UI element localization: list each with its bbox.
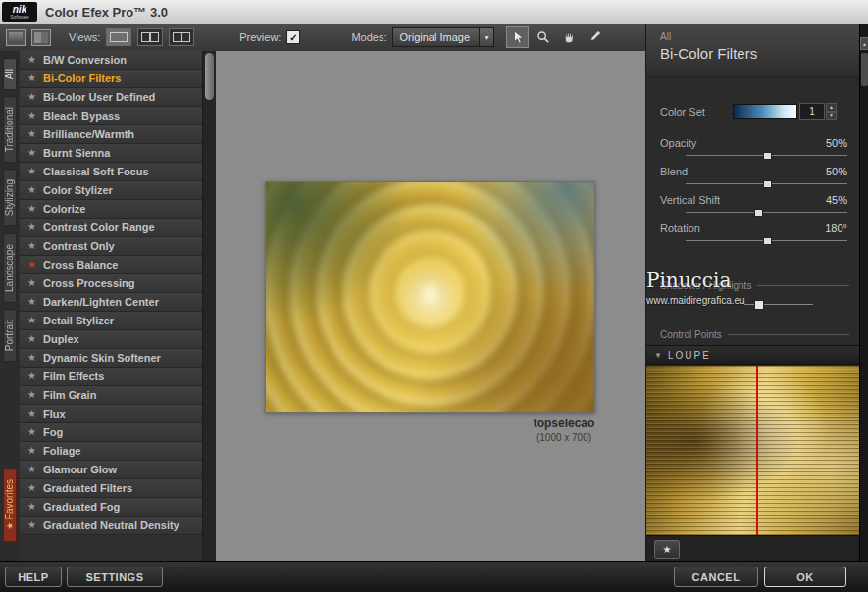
filter-star-icon[interactable]: ★ [27, 427, 36, 437]
shadows-slider-handle[interactable] [754, 300, 764, 310]
filter-star-icon[interactable]: ★ [27, 55, 36, 65]
modes-dropdown[interactable]: Original Image ▼ [392, 27, 494, 47]
filter-name: Brilliance/Warmth [43, 128, 134, 140]
filter-star-icon[interactable]: ★ [27, 334, 36, 344]
add-favorite-button[interactable]: ★ [654, 540, 680, 559]
filter-row[interactable]: ★Darken/Lighten Center [20, 293, 203, 312]
filter-row[interactable]: ★Dynamic Skin Softener [20, 349, 203, 368]
filter-star-icon[interactable]: ★ [27, 446, 36, 456]
filter-row[interactable]: ★Classical Soft Focus [20, 163, 203, 181]
filter-star-icon[interactable]: ★ [27, 390, 36, 400]
slider-handle[interactable] [763, 237, 772, 245]
scroll-up-button[interactable]: ▲ [860, 37, 868, 50]
ok-button[interactable]: OK [764, 567, 846, 587]
filter-row[interactable]: ★Cross Balance [20, 256, 203, 274]
filter-star-icon[interactable]: ★ [27, 241, 36, 251]
filter-star-icon[interactable]: ★ [27, 260, 36, 270]
filter-row[interactable]: ★Film Grain [20, 386, 203, 405]
filter-row[interactable]: ★Contrast Only [20, 237, 203, 256]
eyedropper-tool-button[interactable] [583, 26, 605, 48]
panel-scrollbar[interactable]: ▲ [859, 24, 868, 561]
footer-bar: HELP SETTINGS CANCEL OK [0, 561, 868, 592]
filter-row[interactable]: ★Graduated Neutral Density [20, 517, 203, 535]
tab-favorites[interactable]: ★Favorites [3, 469, 17, 542]
filter-row[interactable]: ★Duplex [20, 330, 203, 349]
filter-row[interactable]: ★Colorize [20, 200, 203, 219]
split-view-button[interactable] [137, 28, 163, 46]
filter-star-icon[interactable]: ★ [27, 353, 36, 363]
pan-tool-button[interactable] [557, 26, 580, 48]
cancel-button[interactable]: CANCEL [674, 567, 758, 587]
slider-track[interactable] [686, 155, 847, 156]
filter-row[interactable]: ★Detail Stylizer [20, 312, 203, 330]
filter-row[interactable]: ★Brilliance/Warmth [20, 125, 203, 144]
slider-handle[interactable] [763, 152, 772, 160]
slider-track[interactable] [686, 212, 847, 213]
help-button[interactable]: HELP [5, 567, 62, 587]
panel-scroll-thumb[interactable] [861, 53, 868, 86]
stepper-down-button[interactable]: ▼ [826, 112, 837, 121]
filter-row[interactable]: ★Contrast Color Range [20, 219, 203, 237]
filter-list-scroll-thumb[interactable] [205, 53, 214, 100]
side-by-side-view-button[interactable] [169, 28, 194, 46]
filter-list-scrollbar[interactable] [202, 51, 216, 561]
loupe-header[interactable]: ▼ LOUPE [646, 345, 859, 365]
slider-handle[interactable] [754, 209, 763, 217]
filter-star-icon[interactable]: ★ [27, 520, 36, 530]
filter-star-icon[interactable]: ★ [27, 167, 36, 176]
thumbnail-view-icon[interactable] [6, 29, 26, 46]
loupe-view[interactable] [646, 366, 859, 535]
slider-handle[interactable] [763, 180, 772, 188]
color-set-label: Color Set [660, 106, 705, 118]
filter-row[interactable]: ★Bi-Color Filters [20, 70, 203, 88]
shadows-slider-track[interactable] [744, 304, 813, 305]
filter-star-icon[interactable]: ★ [27, 409, 36, 419]
filter-star-icon[interactable]: ★ [27, 74, 36, 83]
filter-row[interactable]: ★Cross Processing [20, 274, 203, 293]
compare-view-icon[interactable] [31, 29, 51, 46]
settings-button[interactable]: SETTINGS [67, 567, 163, 587]
preview-image[interactable] [265, 181, 595, 413]
filter-row[interactable]: ★Flux [20, 405, 203, 423]
filter-star-icon[interactable]: ★ [27, 465, 36, 474]
filter-row[interactable]: ★Glamour Glow [20, 461, 203, 479]
filter-star-icon[interactable]: ★ [27, 502, 36, 512]
filter-row[interactable]: ★Bi-Color User Defined [20, 88, 203, 107]
filter-row[interactable]: ★Bleach Bypass [20, 107, 203, 125]
filter-star-icon[interactable]: ★ [27, 148, 36, 158]
filter-star-icon[interactable]: ★ [27, 185, 36, 195]
filter-star-icon[interactable]: ★ [27, 316, 36, 325]
single-view-button[interactable] [106, 28, 131, 46]
slider-track[interactable] [686, 240, 847, 241]
filter-row[interactable]: ★Foliage [20, 442, 203, 461]
preview-checkbox[interactable]: ✓ [286, 30, 300, 44]
tab-landscape[interactable]: Landscape [3, 233, 17, 303]
tab-all[interactable]: All [3, 58, 17, 90]
select-tool-button[interactable] [506, 26, 529, 48]
filter-star-icon[interactable]: ★ [27, 111, 36, 121]
filter-star-icon[interactable]: ★ [27, 483, 36, 493]
filter-row[interactable]: ★Graduated Filters [20, 479, 203, 498]
filter-star-icon[interactable]: ★ [27, 297, 36, 307]
tab-stylizing[interactable]: Stylizing [3, 169, 17, 226]
filter-star-icon[interactable]: ★ [27, 371, 36, 381]
tab-traditional[interactable]: Traditional [3, 96, 17, 163]
zoom-tool-button[interactable] [532, 26, 554, 48]
filter-row[interactable]: ★Film Effects [20, 368, 203, 386]
filter-star-icon[interactable]: ★ [27, 204, 36, 214]
filter-star-icon[interactable]: ★ [27, 129, 36, 139]
loupe-footer: ★ [646, 535, 859, 562]
color-set-swatch[interactable] [733, 104, 797, 119]
control-points-section: Control Points [660, 329, 849, 340]
filter-row[interactable]: ★B/W Conversion [20, 51, 203, 70]
tab-portrait[interactable]: Portrait [3, 309, 17, 362]
filter-row[interactable]: ★Graduated Fog [20, 498, 203, 517]
filter-star-icon[interactable]: ★ [27, 222, 36, 232]
filter-row[interactable]: ★Fog [20, 423, 203, 442]
filter-row[interactable]: ★Burnt Sienna [20, 144, 203, 163]
stepper-up-button[interactable]: ▲ [826, 103, 837, 112]
filter-star-icon[interactable]: ★ [27, 92, 36, 102]
filter-row[interactable]: ★Color Stylizer [20, 181, 203, 200]
filter-star-icon[interactable]: ★ [27, 278, 36, 288]
slider-track[interactable] [686, 183, 847, 184]
